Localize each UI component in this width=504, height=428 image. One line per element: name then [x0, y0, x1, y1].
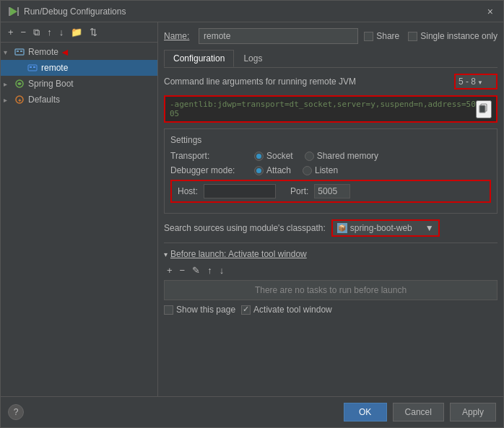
add-config-button[interactable]: + [5, 25, 17, 39]
transport-shared-memory-radio[interactable] [305, 152, 314, 161]
close-button[interactable]: × [485, 6, 496, 17]
single-instance-label: Single instance only [420, 31, 498, 41]
transport-shared-memory-label: Shared memory [317, 151, 378, 161]
activate-window-label: Activate tool window [253, 305, 332, 315]
ok-button[interactable]: OK [344, 403, 387, 422]
move-up-button[interactable]: ↑ [44, 25, 55, 39]
spring-boot-arrow: ▸ [4, 80, 14, 88]
remote-config-label: remote [41, 63, 68, 73]
transport-label: Transport: [170, 151, 243, 161]
show-page-checkbox[interactable] [164, 305, 173, 315]
activate-window-checkbox[interactable] [241, 305, 251, 315]
debugger-listen-item: Listen [303, 165, 338, 175]
transport-shared-memory-item: Shared memory [305, 151, 378, 161]
host-port-row: Host: Port: [170, 180, 491, 203]
dialog-title: Run/Debug Configurations [24, 6, 126, 17]
svg-text:✦: ✦ [17, 97, 22, 104]
single-instance-checkbox[interactable] [408, 32, 417, 41]
settings-section: Settings Transport: Socket Shared memory [164, 128, 498, 214]
before-launch-collapse-arrow[interactable]: ▾ [164, 250, 168, 258]
module-row: Search sources using module's classpath:… [164, 219, 498, 237]
svg-rect-13 [479, 105, 485, 113]
defaults-arrow: ▸ [4, 96, 14, 104]
run-icon [8, 6, 19, 17]
host-input[interactable] [204, 184, 276, 198]
tab-logs[interactable]: Logs [234, 50, 271, 67]
copy-config-button[interactable]: ⧉ [30, 25, 43, 40]
checkboxes-row: Share Single instance only [364, 31, 498, 41]
debugger-listen-radio[interactable] [303, 166, 312, 175]
move-down-button[interactable]: ↓ [56, 25, 67, 39]
share-label: Share [376, 31, 399, 41]
tree-item-spring-boot[interactable]: ▸ Spring Boot [1, 76, 157, 92]
bottom-right: OK Cancel Apply [344, 403, 496, 422]
svg-rect-8 [33, 66, 35, 68]
debugger-listen-label: Listen [315, 165, 338, 175]
main-content: + − ⧉ ↑ ↓ 📁 ⇅ ▾ [1, 22, 503, 396]
remote-config-icon [27, 62, 38, 74]
svg-marker-0 [10, 7, 17, 16]
version-chevron-icon [477, 77, 483, 87]
jvm-args-row: Command line arguments for running remot… [164, 74, 498, 89]
show-page-label: Show this page [176, 305, 235, 315]
sort-button[interactable]: ⇅ [87, 25, 100, 39]
debugger-attach-radio[interactable] [254, 166, 264, 175]
bottom-left: ? [8, 404, 24, 420]
apply-button[interactable]: Apply [450, 403, 496, 422]
config-area: Command line arguments for running remot… [164, 74, 498, 390]
copy-cmd-button[interactable] [476, 100, 492, 118]
name-row: Name: Share Single instance only [164, 28, 498, 44]
cancel-button[interactable]: Cancel [393, 403, 444, 422]
port-input[interactable] [314, 184, 350, 198]
svg-rect-6 [28, 65, 37, 71]
show-page-row: Show this page Activate tool window [164, 305, 498, 315]
before-launch-toolbar: + − ✎ ↑ ↓ [164, 263, 498, 277]
transport-row: Transport: Socket Shared memory [170, 151, 491, 161]
before-launch-remove-button[interactable]: − [177, 263, 188, 277]
spring-boot-label: Spring Boot [28, 79, 74, 89]
transport-socket-label: Socket [266, 151, 293, 161]
defaults-label: Defaults [28, 95, 60, 105]
debugger-attach-label: Attach [266, 165, 291, 175]
remove-config-button[interactable]: − [18, 25, 30, 39]
debugger-mode-row: Debugger mode: Attach Listen [170, 165, 491, 175]
svg-rect-3 [15, 49, 24, 55]
before-launch-header: ▾ Before launch: Activate tool window [164, 249, 498, 259]
tree-item-remote-config[interactable]: remote [1, 60, 157, 76]
before-launch-add-button[interactable]: + [164, 263, 175, 277]
defaults-icon: ✦ [14, 94, 25, 105]
before-launch-title: Before launch: Activate tool window [170, 249, 307, 259]
svg-rect-4 [17, 51, 19, 52]
name-input[interactable] [199, 28, 358, 44]
tab-configuration[interactable]: Configuration [164, 50, 234, 67]
svg-rect-5 [20, 51, 22, 52]
show-page-checkbox-item: Show this page [164, 305, 235, 315]
transport-socket-radio[interactable] [254, 152, 264, 161]
cmd-line-text: -agentlib:jdwp=transport=dt_socket,serve… [170, 100, 476, 118]
transport-socket-item: Socket [254, 151, 293, 161]
before-launch-down-button[interactable]: ↓ [217, 263, 227, 277]
module-chevron-icon: ▼ [425, 223, 434, 233]
svg-rect-7 [30, 66, 32, 68]
help-button[interactable]: ? [8, 404, 24, 420]
before-launch-edit-button[interactable]: ✎ [189, 263, 203, 277]
right-panel: Name: Share Single instance only Confi [158, 22, 503, 396]
title-bar: Run/Debug Configurations × [1, 1, 503, 22]
remote-group-red-arrow: ◄ [60, 46, 70, 58]
cmd-line-box: -agentlib:jdwp=transport=dt_socket,serve… [164, 95, 498, 123]
before-launch-up-button[interactable]: ↑ [204, 263, 215, 277]
tree-item-remote-group[interactable]: ▾ Remote ◄ [1, 44, 157, 60]
folder-button[interactable]: 📁 [68, 25, 85, 39]
name-field-label: Name: [164, 31, 193, 41]
module-icon: 📦 [337, 223, 347, 233]
run-debug-dialog: Run/Debug Configurations × + − ⧉ ↑ ↓ 📁 ⇅… [0, 0, 504, 428]
single-instance-checkbox-item: Single instance only [408, 31, 498, 41]
share-checkbox[interactable] [364, 32, 373, 41]
search-sources-label: Search sources using module's classpath: [164, 223, 326, 233]
tree-item-defaults[interactable]: ▸ ✦ Defaults [1, 92, 157, 108]
module-select-box[interactable]: 📦 spring-boot-web ▼ [331, 219, 440, 237]
before-launch-empty-text: There are no tasks to run before launch [164, 280, 498, 300]
version-select-box[interactable]: 5 - 8 [454, 74, 498, 89]
remote-group-icon [14, 46, 25, 58]
version-value: 5 - 8 [459, 77, 476, 87]
